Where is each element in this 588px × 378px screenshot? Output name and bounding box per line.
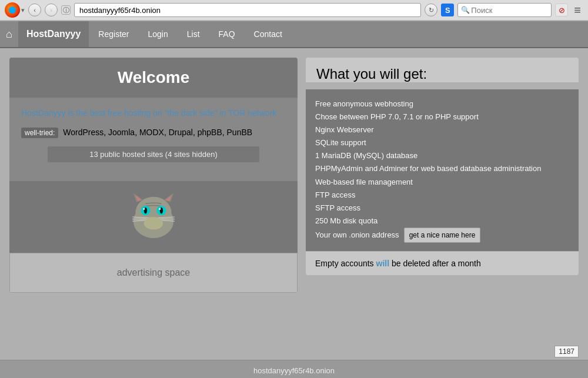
stop-icon[interactable]: ⊘ [555,4,568,16]
feature-mariadb: 1 MariaDB (MySQL) database [315,149,569,162]
nav-brand[interactable]: HostDanyyy [18,21,89,47]
feature-nginx: Nginx Webserver [315,123,569,136]
well-tried-label: well-tried: [21,128,58,138]
search-input[interactable] [457,3,552,17]
page-footer: hostdanyyyf65r4b.onion [0,360,588,378]
nav-faq[interactable]: FAQ [209,21,245,47]
browser-chrome: ▾ ‹ › ⓘ ↻ S 🔍 ⊘ ≡ [0,0,588,21]
page-body-wrapper: Welcome HostDanyyy is the best free host… [0,48,588,360]
left-content: HostDanyyy is the best free hosting on "… [9,98,298,181]
feature-ftp: FTP access [315,189,569,202]
svg-point-11 [159,208,161,210]
feature-disk: 250 Mb disk quota [315,215,569,228]
back-button[interactable]: ‹ [28,4,41,16]
nav-home-icon[interactable]: ⌂ [0,21,18,47]
forward-button[interactable]: › [45,4,58,16]
content-wrapper: Welcome HostDanyyy is the best free host… [9,58,579,293]
nice-name-button[interactable]: get a nice name here [404,228,481,243]
cheshire-cat-image [127,190,180,243]
svg-point-19 [144,217,163,230]
svg-point-10 [143,208,145,210]
browser-toolbar: ▾ ‹ › ⓘ ↻ S 🔍 ⊘ ≡ [0,0,588,21]
what-you-get-header: What you will get: [306,58,579,82]
feature-onion-text: Your own .onion address [315,229,399,242]
refresh-button[interactable]: ↻ [425,4,437,16]
well-tried-section: well-tried: WordPress, Joomla, MODX, Dru… [21,128,286,138]
counter-badge: 1187 [554,346,579,357]
nav-register[interactable]: Register [89,21,138,47]
url-bar[interactable] [74,3,421,17]
nav-contact[interactable]: Contact [245,21,292,47]
sync-icon[interactable]: S [441,4,454,16]
hosted-sites-button[interactable]: 13 public hosted sites (4 sites hidden) [48,146,259,162]
welcome-header: Welcome [9,58,298,98]
left-panel: Welcome HostDanyyy is the best free host… [9,58,298,293]
page-body: Welcome HostDanyyy is the best free host… [0,48,588,360]
nav-bar: ⌂ HostDanyyy Register Login List FAQ Con… [0,21,588,48]
advertising-box: advertising space [9,253,298,293]
advertising-text: advertising space [117,267,191,277]
description-text: HostDanyyy is the best free hosting on "… [21,107,286,119]
feature-php: Chose between PHP 7.0, 7.1 or no PHP sup… [315,111,569,123]
notice-highlight: will [376,259,390,268]
feature-sqlite: SQLite support [315,136,569,149]
nav-list[interactable]: List [178,21,209,47]
location-icon: ⓘ [61,5,71,15]
menu-button[interactable]: ≡ [572,4,583,17]
feature-filemanage: Web-based file management [315,176,569,189]
footer-text: hostdanyyyf65r4b.onion [253,366,335,375]
feature-onion: Your own .onion address get a nice name … [315,228,569,243]
empty-accounts-notice: Empty accounts will be deleted after a m… [306,251,579,275]
feature-free-hosting: Free anonymous webhosting [315,98,569,111]
nav-login[interactable]: Login [139,21,178,47]
feature-sftp: SFTP access [315,202,569,215]
right-panel: What you will get: Free anonymous webhos… [306,58,579,293]
features-box: Free anonymous webhosting Chose between … [306,89,579,251]
what-you-get-title: What you will get: [316,66,568,82]
cat-section [9,181,298,253]
well-tried-items: WordPress, Joomla, MODX, Drupal, phpBB, … [63,128,252,137]
firefox-logo[interactable]: ▾ [5,2,25,18]
feature-phpmyadmin: PHPMyAdmin and Adminer for web based dat… [315,162,569,175]
